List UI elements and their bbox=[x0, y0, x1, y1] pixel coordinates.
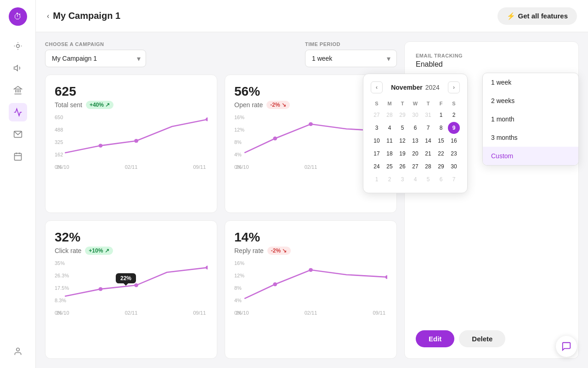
cal-day[interactable]: 4 bbox=[409, 173, 421, 185]
cal-day[interactable]: 28 bbox=[384, 109, 396, 121]
cal-day[interactable]: 3 bbox=[371, 122, 383, 134]
metrics-grid: 625 Total sent +40% ↗ 650 488 325 162 0% bbox=[45, 75, 397, 359]
delete-button[interactable]: Delete bbox=[459, 330, 505, 347]
metric-badge-reply-rate: -2% ↘ bbox=[267, 247, 291, 255]
cal-day[interactable]: 18 bbox=[384, 148, 396, 160]
back-button[interactable]: ‹ bbox=[47, 12, 49, 20]
chart-svg-reply-rate bbox=[234, 260, 387, 308]
cal-day[interactable]: 23 bbox=[448, 148, 460, 160]
cal-day[interactable]: 3 bbox=[396, 173, 408, 185]
metric-label-reply-rate: Reply rate bbox=[234, 247, 264, 254]
cal-day[interactable]: 30 bbox=[409, 109, 421, 121]
cal-header-t2: T bbox=[422, 99, 434, 108]
cal-day[interactable]: 22 bbox=[435, 148, 447, 160]
metric-card-reply-rate: 14% Reply rate -2% ↘ 16% 12% 8% 4% 0% bbox=[225, 220, 397, 359]
calendar-grid: S M T W T F S 27 28 29 30 31 1 2 3 4 5 6… bbox=[371, 99, 460, 185]
cal-day[interactable]: 1 bbox=[435, 109, 447, 121]
cal-day[interactable]: 25 bbox=[384, 161, 396, 172]
cal-header-t1: T bbox=[396, 99, 408, 108]
metric-label-row-total-sent: Total sent +40% ↗ bbox=[55, 101, 208, 109]
cal-day[interactable]: 29 bbox=[396, 109, 408, 121]
cal-day[interactable]: 16 bbox=[448, 135, 460, 147]
svg-point-0 bbox=[16, 45, 19, 48]
sidebar-item-calendar[interactable] bbox=[9, 147, 27, 166]
sidebar-item-volume[interactable] bbox=[9, 59, 27, 77]
cal-day[interactable]: 28 bbox=[422, 161, 434, 172]
chart-reply-rate: 16% 12% 8% 4% 0% bbox=[234, 260, 387, 316]
cal-day[interactable]: 6 bbox=[409, 122, 421, 134]
cal-day[interactable]: 31 bbox=[422, 109, 434, 121]
cal-day[interactable]: 5 bbox=[422, 173, 434, 185]
sidebar-item-mail[interactable] bbox=[9, 125, 27, 144]
calendar-month-year: November 2024 bbox=[391, 84, 440, 91]
svg-point-16 bbox=[206, 117, 208, 121]
svg-rect-9 bbox=[14, 153, 21, 160]
bolt-icon: ⚡ bbox=[507, 12, 515, 20]
edit-button[interactable]: Edit bbox=[416, 330, 454, 347]
chart-x-labels-total-sent: 26/10 02/11 09/11 bbox=[55, 164, 208, 170]
tp-option-3months[interactable]: 3 months bbox=[483, 128, 578, 147]
cal-day[interactable]: 17 bbox=[371, 148, 383, 160]
calendar-year: 2024 bbox=[425, 84, 440, 91]
cal-day[interactable]: 15 bbox=[435, 135, 447, 147]
svg-point-18 bbox=[309, 122, 313, 126]
cal-day[interactable]: 24 bbox=[371, 161, 383, 172]
panel-actions: Edit Delete bbox=[416, 330, 567, 347]
cal-day[interactable]: 29 bbox=[435, 161, 447, 172]
time-period-select[interactable]: 1 week 2 weeks 1 month 3 months Custom bbox=[305, 50, 397, 67]
cal-day[interactable]: 21 bbox=[422, 148, 434, 160]
chart-svg-click-rate bbox=[55, 260, 208, 308]
calendar-overlay: ‹ November 2024 › S M T W T F S 27 28 29… bbox=[363, 74, 468, 193]
svg-point-13 bbox=[16, 348, 19, 351]
cal-day[interactable]: 10 bbox=[371, 135, 383, 147]
cal-day[interactable]: 4 bbox=[384, 122, 396, 134]
metric-label-open-rate: Open rate bbox=[234, 101, 263, 109]
calendar-prev-button[interactable]: ‹ bbox=[371, 81, 383, 93]
cal-day[interactable]: 26 bbox=[396, 161, 408, 172]
cal-day[interactable]: 27 bbox=[409, 161, 421, 172]
get-features-button[interactable]: ⚡ Get all features bbox=[498, 7, 577, 25]
calendar-month: November bbox=[391, 84, 422, 91]
sidebar-item-email[interactable] bbox=[9, 37, 27, 55]
svg-point-25 bbox=[385, 275, 387, 279]
cal-header-f: F bbox=[435, 99, 447, 108]
metric-badge-open-rate: -2% ↘ bbox=[266, 101, 290, 109]
sidebar-item-user[interactable] bbox=[9, 342, 27, 361]
cal-day[interactable]: 5 bbox=[396, 122, 408, 134]
time-period-label: TIME PERIOD bbox=[305, 41, 397, 47]
cal-day[interactable]: 13 bbox=[409, 135, 421, 147]
get-features-label: Get all features bbox=[518, 12, 568, 20]
tp-option-1week[interactable]: 1 week bbox=[483, 73, 578, 92]
calendar-header: ‹ November 2024 › bbox=[371, 81, 460, 93]
cal-day[interactable]: 12 bbox=[396, 135, 408, 147]
calendar-next-button[interactable]: › bbox=[448, 81, 460, 93]
campaign-select[interactable]: My Campaign 1 bbox=[45, 50, 146, 67]
cal-day[interactable]: 8 bbox=[435, 122, 447, 134]
cal-day[interactable]: 30 bbox=[448, 161, 460, 172]
cal-day[interactable]: 20 bbox=[409, 148, 421, 160]
chat-bubble-button[interactable] bbox=[556, 336, 577, 357]
tp-option-2weeks[interactable]: 2 weeks bbox=[483, 92, 578, 110]
cal-day[interactable]: 7 bbox=[448, 173, 460, 185]
cal-day[interactable]: 11 bbox=[384, 135, 396, 147]
cal-day[interactable]: 7 bbox=[422, 122, 434, 134]
cal-day-today[interactable]: 9 bbox=[448, 122, 460, 134]
cal-day[interactable]: 14 bbox=[422, 135, 434, 147]
tp-option-1month[interactable]: 1 month bbox=[483, 110, 578, 128]
cal-day[interactable]: 19 bbox=[396, 148, 408, 160]
cal-day[interactable]: 2 bbox=[384, 173, 396, 185]
cal-day[interactable]: 1 bbox=[371, 173, 383, 185]
cal-day[interactable]: 27 bbox=[371, 109, 383, 121]
sidebar-item-bank[interactable] bbox=[9, 81, 27, 99]
cal-header-w: W bbox=[409, 99, 421, 108]
svg-point-24 bbox=[309, 268, 313, 272]
sidebar-item-chart[interactable] bbox=[9, 103, 27, 121]
cal-day[interactable]: 2 bbox=[448, 109, 460, 121]
controls-row: CHOOSE A CAMPAIGN My Campaign 1 TIME PER… bbox=[45, 41, 397, 67]
chart-click-rate: 22% 35% 26.3% 17.5% 8.3% 0% bbox=[55, 260, 208, 316]
chart-x-labels-click-rate: 26/10 02/11 09/11 bbox=[55, 310, 208, 316]
chart-x-labels-reply-rate: 26/10 02/11 09/11 bbox=[234, 310, 387, 316]
tp-option-custom[interactable]: Custom bbox=[483, 147, 578, 165]
cal-day[interactable]: 6 bbox=[435, 173, 447, 185]
sidebar-bottom bbox=[9, 342, 27, 361]
